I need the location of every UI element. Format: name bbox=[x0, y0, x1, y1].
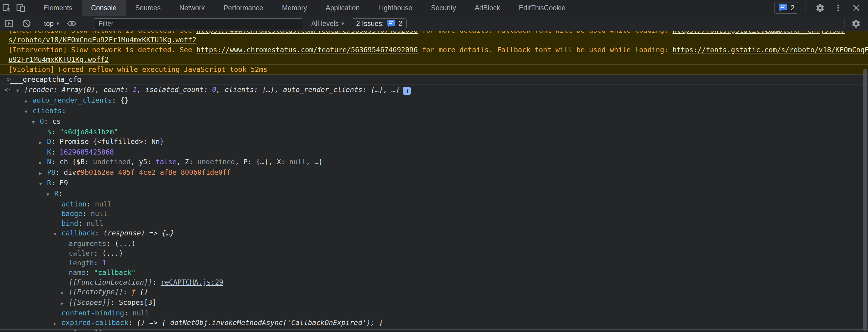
returned-value-arrow-icon: <· bbox=[4, 85, 16, 94]
expander-open-icon[interactable]: ▼ bbox=[25, 107, 33, 117]
expander-open-icon[interactable]: ▼ bbox=[54, 229, 62, 239]
key-colon: : bbox=[94, 259, 102, 267]
log-level-dropdown[interactable]: All levels ▾ bbox=[311, 20, 344, 28]
key-colon: : bbox=[51, 148, 60, 156]
property-key: auto_render_clients bbox=[33, 96, 112, 104]
property-value-text: null bbox=[91, 210, 107, 218]
info-icon[interactable]: i bbox=[403, 87, 411, 95]
tree-row: $: "s6djo84s1bzm" bbox=[0, 127, 868, 137]
key-colon: : bbox=[106, 240, 115, 247]
key-colon: : bbox=[82, 210, 91, 218]
clear-console-icon[interactable] bbox=[20, 18, 33, 30]
property-key: [[FunctionLocation]] bbox=[69, 278, 152, 286]
expander-open-icon[interactable]: ▼ bbox=[32, 117, 40, 127]
tab-editthiscookie[interactable]: EditThisCookie bbox=[509, 0, 575, 16]
console-settings-gear-icon[interactable] bbox=[849, 18, 863, 30]
command-text: ___grecaptcha_cfg bbox=[10, 76, 81, 83]
tab-security[interactable]: Security bbox=[422, 0, 465, 16]
issues-button[interactable]: 2 Issues: 2 bbox=[352, 19, 407, 29]
expander-closed-icon[interactable]: ▶ bbox=[61, 288, 69, 298]
tab-adblock[interactable]: AdBlock bbox=[465, 0, 509, 16]
expander-closed-icon[interactable]: ▶ bbox=[25, 96, 33, 106]
tab-elements[interactable]: Elements bbox=[34, 0, 82, 16]
console-toolbar: top ▾ All levels ▾ 2 Issues: 2 bbox=[0, 16, 868, 31]
property-value-text: div bbox=[64, 169, 76, 176]
expander-closed-icon[interactable]: ▶ bbox=[61, 299, 69, 308]
vertical-scrollbar-thumb[interactable] bbox=[863, 69, 867, 331]
key-colon: : bbox=[51, 128, 60, 136]
drawer-splitter[interactable] bbox=[0, 329, 868, 330]
property-key: bind bbox=[62, 219, 78, 227]
header-right-controls: 2 bbox=[775, 2, 868, 14]
property-key: P8 bbox=[47, 169, 56, 176]
live-expression-eye-icon[interactable] bbox=[65, 18, 79, 30]
warning-line: [Intervention] Slow network is detected.… bbox=[8, 45, 868, 55]
property-key: R bbox=[47, 179, 51, 187]
issues-message-icon bbox=[778, 4, 787, 12]
tab-network[interactable]: Network bbox=[170, 0, 214, 16]
warning-link[interactable]: https://www.chromestatus.com/feature/563… bbox=[196, 31, 418, 34]
issues-counter-button[interactable]: 2 bbox=[775, 2, 798, 13]
tab-console[interactable]: Console bbox=[82, 0, 126, 16]
tab-lighthouse[interactable]: Lighthouse bbox=[369, 0, 422, 16]
expander-open-icon[interactable]: ▼ bbox=[46, 189, 54, 199]
expander-closed-icon[interactable]: ▶ bbox=[39, 169, 47, 178]
settings-gear-icon[interactable] bbox=[813, 2, 827, 14]
warning-text: for more details. Fallback font will be … bbox=[418, 46, 673, 54]
expander-closed-icon[interactable]: ▶ bbox=[39, 138, 47, 147]
property-key: expired-callback bbox=[62, 319, 128, 327]
property-key: badge bbox=[62, 210, 82, 218]
javascript-context-selector[interactable]: top ▾ bbox=[44, 20, 59, 28]
console-warning-message: [Violation] Forced reflow while executin… bbox=[0, 65, 868, 74]
expander-closed-icon[interactable]: ▶ bbox=[54, 319, 62, 328]
warning-link[interactable]: https://www.chromestatus.com/feature/563… bbox=[196, 46, 418, 54]
property-value-text: #9b0162ea-405f-4ce2-af8e-80060f1de0ff bbox=[76, 169, 231, 176]
property-key: name bbox=[69, 269, 85, 276]
command-prompt-chevron: > bbox=[0, 74, 10, 85]
property-key: R bbox=[54, 189, 59, 198]
property-value-text: Scopes[3] bbox=[119, 299, 157, 306]
expander-closed-icon[interactable]: ▶ bbox=[39, 158, 47, 168]
tree-row: caller: (...) bbox=[0, 248, 868, 258]
filter-input[interactable] bbox=[94, 19, 302, 29]
tree-row: content-binding: null bbox=[0, 308, 868, 318]
property-value-text: cs bbox=[53, 117, 61, 125]
toolbar-divider bbox=[844, 19, 844, 28]
console-sidebar-toggle-icon[interactable] bbox=[2, 18, 16, 30]
toolbar-divider bbox=[806, 3, 806, 12]
warning-link[interactable]: u92Fr1Mu4mxKKTU1Kg.woff2 bbox=[8, 56, 108, 63]
key-colon: : bbox=[111, 299, 119, 306]
expander-open-icon[interactable]: ▼ bbox=[39, 179, 47, 189]
warning-link[interactable]: s/roboto/v18/KFOmCnqEu92Fr1Mu4mxKKTU1Kg.… bbox=[8, 36, 196, 44]
key-colon: : bbox=[59, 189, 63, 198]
tab-application[interactable]: Application bbox=[316, 0, 369, 16]
property-value-text: null bbox=[132, 309, 149, 317]
tab-memory[interactable]: Memory bbox=[273, 0, 316, 16]
devtools-tab-bar: ElementsConsoleSourcesNetworkPerformance… bbox=[0, 0, 868, 16]
tab-performance[interactable]: Performance bbox=[214, 0, 273, 16]
property-key: action bbox=[62, 200, 87, 208]
tree-row: ▼0: cs bbox=[0, 117, 868, 127]
property-key: caller bbox=[69, 249, 94, 257]
property-value-text: null bbox=[95, 200, 112, 208]
toolbar-divider bbox=[31, 3, 31, 12]
property-value-text: 1 bbox=[102, 259, 106, 267]
property-key: [[Prototype]] bbox=[69, 288, 123, 296]
issues-count: 2 bbox=[790, 4, 795, 12]
inspect-element-icon[interactable] bbox=[0, 2, 14, 14]
property-value-link[interactable]: reCAPTCHA.js:29 bbox=[161, 278, 223, 286]
console-command-echo: >___grecaptcha_cfg bbox=[0, 74, 868, 85]
expander-open-icon[interactable]: ▼ bbox=[16, 86, 24, 95]
source-location-link[interactable]: recaptcha__en.js:507 bbox=[762, 31, 845, 35]
property-value-text: () bbox=[136, 288, 148, 296]
property-key: length bbox=[69, 259, 94, 267]
more-options-kebab-icon[interactable] bbox=[831, 2, 845, 14]
property-value-text: ch {$B: bbox=[60, 158, 93, 166]
tree-row: ▼R: E9 bbox=[0, 178, 868, 189]
warning-link[interactable]: https://fonts.gstatic.com/s/roboto/v18/K… bbox=[673, 46, 868, 54]
key-colon: : bbox=[51, 179, 60, 187]
close-devtools-icon[interactable] bbox=[849, 2, 863, 14]
key-colon: : bbox=[78, 329, 87, 331]
tab-sources[interactable]: Sources bbox=[126, 0, 170, 16]
device-toolbar-icon[interactable] bbox=[14, 2, 28, 14]
